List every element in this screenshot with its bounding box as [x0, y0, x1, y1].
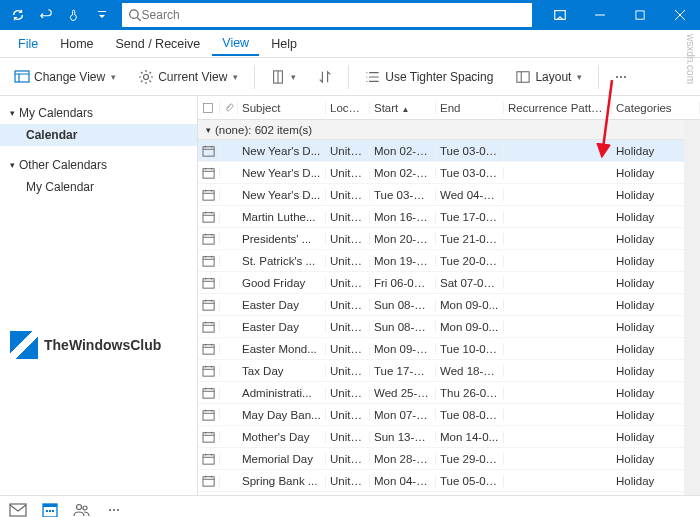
col-categories[interactable]: Categories: [612, 102, 700, 114]
group-row[interactable]: ▾(none): 602 item(s): [198, 120, 700, 140]
sidebar: ▾My Calendars Calendar ▾Other Calendars …: [0, 96, 198, 495]
sidebar-group-label: Other Calendars: [19, 158, 107, 172]
current-view-label: Current View: [158, 70, 227, 84]
window-titlebar: [0, 0, 700, 30]
svg-rect-13: [203, 256, 214, 265]
nav-mail-icon[interactable]: [8, 500, 28, 518]
svg-rect-18: [203, 366, 214, 375]
svg-rect-15: [203, 300, 214, 309]
nav-more-icon[interactable]: ⋯: [104, 500, 124, 518]
layout-icon: [515, 70, 531, 84]
menu-home[interactable]: Home: [50, 33, 103, 55]
tighter-spacing-button[interactable]: Use Tighter Spacing: [359, 66, 499, 88]
svg-point-0: [130, 10, 138, 18]
svg-rect-6: [517, 71, 529, 82]
table-row[interactable]: Spring Bank ...Unite...Mon 04-0...Tue 05…: [198, 470, 700, 492]
sidebar-group-other-calendars[interactable]: ▾Other Calendars: [0, 154, 197, 176]
more-commands-button[interactable]: ⋯: [609, 66, 633, 88]
change-view-icon: [14, 69, 30, 85]
search-icon: [128, 8, 142, 22]
table-row[interactable]: Presidents' ...Unite...Mon 20-0...Tue 21…: [198, 228, 700, 250]
current-view-button[interactable]: Current View▾: [132, 65, 244, 89]
col-start[interactable]: Start ▲: [370, 102, 436, 114]
list-view: Subject Locati... Start ▲ End Recurrence…: [198, 96, 700, 495]
ribbon-toolbar: Change View▾ Current View▾ ▾ Use Tighter…: [0, 58, 700, 96]
svg-rect-10: [203, 190, 214, 199]
list-header: Subject Locati... Start ▲ End Recurrence…: [198, 96, 700, 120]
col-location[interactable]: Locati...: [326, 102, 370, 114]
menu-help[interactable]: Help: [261, 33, 307, 55]
nav-calendar-icon[interactable]: [40, 500, 60, 518]
svg-rect-16: [203, 322, 214, 331]
svg-rect-21: [203, 432, 214, 441]
table-row[interactable]: Good FridayUnite...Fri 06-04-...Sat 07-0…: [198, 272, 700, 294]
menu-send-receive[interactable]: Send / Receive: [106, 33, 211, 55]
svg-rect-17: [203, 344, 214, 353]
table-row[interactable]: St. Patrick's ...Unite...Mon 19-0...Tue …: [198, 250, 700, 272]
list-body[interactable]: New Year's D...Unite...Mon 02-0...Tue 03…: [198, 140, 700, 495]
logo-text: TheWindowsClub: [44, 337, 161, 353]
svg-rect-8: [203, 146, 214, 155]
layout-button[interactable]: Layout▾: [509, 66, 588, 88]
svg-rect-7: [204, 103, 213, 112]
search-input[interactable]: [142, 8, 526, 22]
table-row[interactable]: Easter DayUnite...Sun 08-04...Mon 09-0..…: [198, 294, 700, 316]
table-row[interactable]: Easter Mond...Unite...Mon 09-0...Tue 10-…: [198, 338, 700, 360]
sidebar-group-my-calendars[interactable]: ▾My Calendars: [0, 102, 197, 124]
svg-rect-20: [203, 410, 214, 419]
svg-rect-9: [203, 168, 214, 177]
svg-rect-3: [15, 71, 29, 82]
table-row[interactable]: Tax DayUnite...Tue 17-04...Wed 18-0...Ho…: [198, 360, 700, 382]
table-row[interactable]: Martin Luthe...Unite...Mon 16-0...Tue 17…: [198, 206, 700, 228]
sort-button[interactable]: [312, 65, 338, 89]
change-view-label: Change View: [34, 70, 105, 84]
table-row[interactable]: Administrati...Unite...Wed 25-0...Thu 26…: [198, 382, 700, 404]
table-row[interactable]: May Day Ban...Unite...Mon 07-0...Tue 08-…: [198, 404, 700, 426]
table-row[interactable]: New Year's D...Unite...Tue 03-01...Wed 0…: [198, 184, 700, 206]
col-attachment[interactable]: [220, 102, 238, 114]
sidebar-group-label: My Calendars: [19, 106, 93, 120]
change-view-button[interactable]: Change View▾: [8, 65, 122, 89]
nav-people-icon[interactable]: [72, 500, 92, 518]
col-recurrence[interactable]: Recurrence Pattern: [504, 102, 612, 114]
close-button[interactable]: [660, 0, 700, 30]
table-row[interactable]: Memorial DayUnite...Mon 28-0...Tue 29-05…: [198, 448, 700, 470]
svg-rect-19: [203, 388, 214, 397]
maximize-button[interactable]: [620, 0, 660, 30]
col-flag[interactable]: [198, 102, 220, 114]
touch-mode-icon[interactable]: [62, 3, 86, 27]
svg-rect-12: [203, 234, 214, 243]
table-row[interactable]: Easter DayUnite...Sun 08-04...Mon 09-0..…: [198, 316, 700, 338]
table-row[interactable]: New Year's D...Unite...Mon 02-0...Tue 03…: [198, 162, 700, 184]
search-box[interactable]: [122, 3, 532, 27]
svg-rect-22: [203, 454, 214, 463]
sidebar-item-calendar[interactable]: Calendar: [0, 124, 197, 146]
sidebar-item-my-calendar[interactable]: My Calendar: [0, 176, 197, 198]
separator: [348, 65, 349, 89]
column-settings-button[interactable]: ▾: [265, 65, 302, 89]
svg-rect-23: [203, 476, 214, 485]
svg-rect-26: [43, 504, 57, 507]
col-subject[interactable]: Subject: [238, 102, 326, 114]
separator: [598, 65, 599, 89]
table-row[interactable]: Mother's DayUnite...Sun 13-05...Mon 14-0…: [198, 426, 700, 448]
col-end[interactable]: End: [436, 102, 504, 114]
menu-bar: File Home Send / Receive View Help: [0, 30, 700, 58]
separator: [254, 65, 255, 89]
sync-icon[interactable]: [6, 3, 30, 27]
nav-bar: ⋯: [0, 495, 700, 517]
svg-rect-2: [635, 10, 643, 18]
undo-icon[interactable]: [34, 3, 58, 27]
layout-label: Layout: [535, 70, 571, 84]
watermark: wsxdn.com: [685, 34, 696, 84]
qat-customize-icon[interactable]: [90, 3, 114, 27]
ribbon-options-icon[interactable]: [540, 0, 580, 30]
menu-view[interactable]: View: [212, 32, 259, 56]
minimize-button[interactable]: [580, 0, 620, 30]
menu-file[interactable]: File: [8, 33, 48, 55]
scrollbar[interactable]: [684, 120, 700, 495]
svg-rect-11: [203, 212, 214, 221]
spacing-icon: [365, 70, 381, 84]
svg-rect-14: [203, 278, 214, 287]
table-row[interactable]: New Year's D...Unite...Mon 02-0...Tue 03…: [198, 140, 700, 162]
